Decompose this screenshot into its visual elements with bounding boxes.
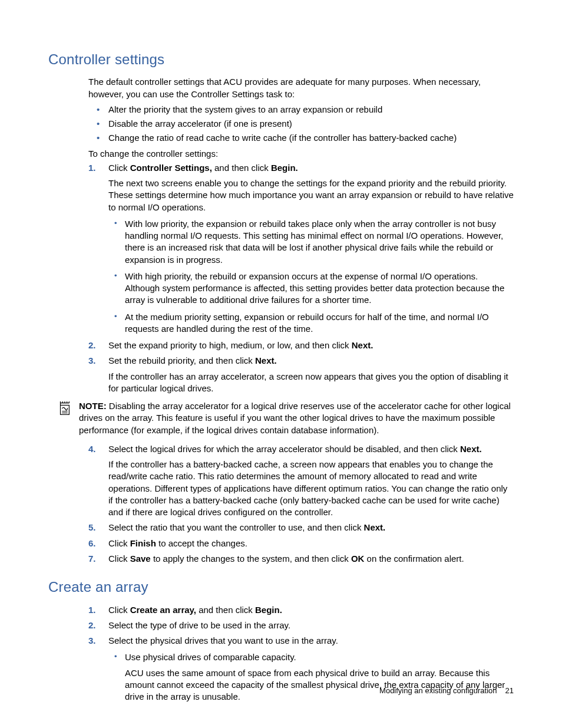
bullet-item: Change the ratio of read cache to write … — [88, 132, 514, 144]
section-controller-settings: Controller settings The default controll… — [48, 50, 514, 565]
steps-list: Click Controller Settings, and then clic… — [88, 162, 514, 394]
step-1: Click Controller Settings, and then clic… — [88, 162, 514, 335]
page-footer: Modifying an existing configuration21 — [379, 686, 514, 696]
sub-bullet: At the medium priority setting, expansio… — [108, 311, 514, 335]
heading-create-array: Create an array — [48, 578, 514, 597]
step-followup: If the controller has a battery-backed c… — [108, 459, 514, 518]
step-followup: The next two screens enable you to chang… — [108, 177, 514, 213]
step-2: Select the type of drive to be used in t… — [88, 620, 514, 631]
content-controller-cont: Select the logical drives for which the … — [88, 443, 514, 565]
step-3: Set the rebuild priority, and then click… — [88, 355, 514, 394]
note-text: NOTE: Disabling the array accelerator fo… — [79, 400, 514, 436]
note-icon — [57, 401, 72, 416]
step-7: Click Save to apply the changes to the s… — [88, 553, 514, 565]
intro-bullets: Alter the priority that the system gives… — [88, 104, 514, 144]
content-controller: The default controller settings that ACU… — [88, 76, 514, 394]
intro-paragraph: The default controller settings that ACU… — [88, 76, 514, 100]
step-2: Set the expand priority to high, medium,… — [88, 340, 514, 351]
step-5: Select the ratio that you want the contr… — [88, 522, 514, 533]
sub-bullet: With low priority, the expansion or rebu… — [108, 218, 514, 266]
sub-bullet: With high priority, the rebuild or expan… — [108, 271, 514, 307]
lead-text: To change the controller settings: — [88, 148, 514, 160]
sub-followup: ACU uses the same amount of space from e… — [125, 667, 514, 703]
page-number: 21 — [505, 686, 514, 695]
footer-title: Modifying an existing configuration — [379, 686, 497, 695]
sub-bullets: With low priority, the expansion or rebu… — [108, 218, 514, 335]
step-1: Click Create an array, and then click Be… — [88, 604, 514, 616]
heading-controller-settings: Controller settings — [48, 50, 514, 69]
bullet-item: Disable the array accelerator (if one is… — [88, 118, 514, 130]
step-6: Click Finish to accept the changes. — [88, 538, 514, 549]
section-create-array: Create an array Click Create an array, a… — [48, 578, 514, 703]
note-block: NOTE: Disabling the array accelerator fo… — [57, 400, 514, 439]
bullet-item: Alter the priority that the system gives… — [88, 104, 514, 116]
step-followup: If the controller has an array accelerat… — [108, 371, 514, 395]
step-4: Select the logical drives for which the … — [88, 443, 514, 519]
steps-list-cont: Select the logical drives for which the … — [88, 443, 514, 565]
